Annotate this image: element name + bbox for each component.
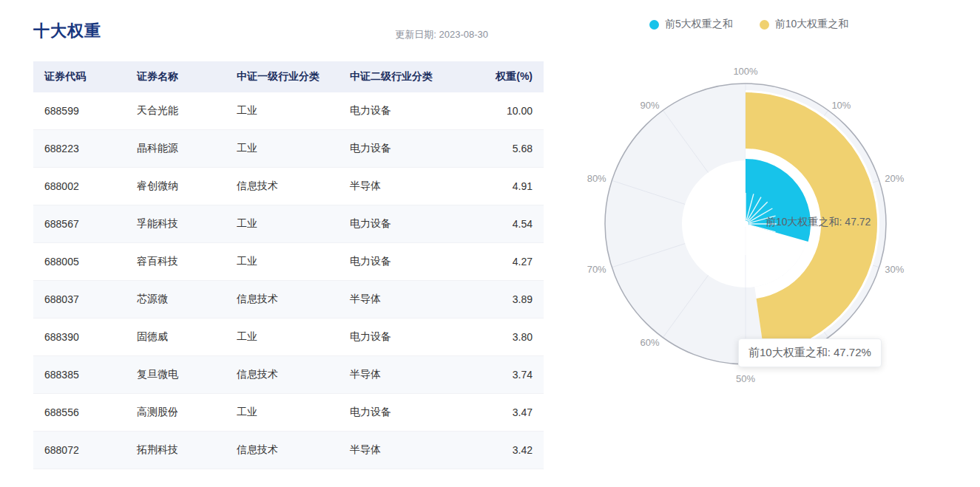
cell-industry2: 电力设备 [339, 130, 447, 168]
cell-industry2: 电力设备 [339, 394, 447, 432]
cell-weight: 4.91 [447, 168, 544, 205]
cell-industry2: 电力设备 [339, 92, 447, 130]
cell-name: 拓荆科技 [126, 432, 226, 469]
cell-name: 高测股份 [126, 394, 226, 432]
cell-name: 固德威 [126, 319, 226, 356]
legend-item-0[interactable]: 前5大权重之和 [649, 18, 733, 31]
cell-name: 晶科能源 [126, 130, 226, 168]
table-row: 688005容百科技工业电力设备4.27 [33, 243, 544, 281]
cell-code: 688599 [33, 92, 126, 130]
legend-item-label: 前10大权重之和 [775, 18, 849, 31]
cell-name: 睿创微纳 [126, 168, 226, 205]
table-row: 688002睿创微纳信息技术半导体4.91 [33, 168, 544, 205]
cell-weight: 4.27 [447, 243, 544, 281]
cell-weight: 3.42 [447, 432, 544, 469]
cell-industry2: 半导体 [339, 168, 447, 205]
angle-tick-label: 60% [641, 337, 660, 348]
cell-name: 复旦微电 [126, 356, 226, 394]
table-row: 688390固德威工业电力设备3.80 [33, 319, 544, 356]
cell-name: 芯源微 [126, 281, 226, 319]
cell-code: 688072 [33, 432, 126, 469]
page: 十大权重 更新日期: 2023-08-30 证券代码 证券名称 中证一级行业分类… [0, 0, 980, 487]
table-row: 688037芯源微信息技术半导体3.89 [33, 281, 544, 319]
angle-tick-label: 70% [587, 264, 606, 275]
col-header-name: 证券名称 [126, 61, 226, 92]
angle-tick-label: 50% [736, 373, 755, 384]
table-row: 688567孚能科技工业电力设备4.54 [33, 205, 544, 243]
cell-name: 天合光能 [126, 92, 226, 130]
cell-weight: 5.68 [447, 130, 544, 168]
cell-industry2: 半导体 [339, 281, 447, 319]
cell-industry1: 工业 [226, 394, 339, 432]
cell-name: 容百科技 [126, 243, 226, 281]
col-header-industry1: 中证一级行业分类 [226, 61, 339, 92]
cell-weight: 10.00 [447, 92, 544, 130]
cell-industry2: 电力设备 [339, 319, 447, 356]
cell-name: 孚能科技 [126, 205, 226, 243]
cell-industry1: 信息技术 [226, 356, 339, 394]
weights-table-header: 证券代码 证券名称 中证一级行业分类 中证二级行业分类 权重(%) [33, 61, 544, 92]
col-header-industry2: 中证二级行业分类 [339, 61, 447, 92]
cell-weight: 3.80 [447, 319, 544, 356]
table-row: 688599天合光能工业电力设备10.00 [33, 92, 544, 130]
col-header-code: 证券代码 [33, 61, 126, 92]
angle-tick-label: 30% [885, 264, 904, 275]
cell-weight: 3.47 [447, 394, 544, 432]
cell-weight: 4.54 [447, 205, 544, 243]
cell-code: 688005 [33, 243, 126, 281]
legend-dot-icon [760, 20, 769, 30]
angle-tick-label: 10% [831, 100, 851, 111]
legend-dot-icon [649, 20, 659, 30]
cell-code: 688223 [33, 130, 126, 168]
legend-item-label: 前5大权重之和 [665, 18, 733, 31]
cell-code: 688037 [33, 281, 126, 319]
cell-code: 688385 [33, 356, 126, 394]
angle-tick-label: 90% [641, 100, 660, 111]
cell-industry1: 工业 [226, 243, 339, 281]
angle-tick-label: 20% [885, 173, 904, 184]
angle-tick-label: 80% [587, 173, 606, 184]
cell-industry2: 电力设备 [339, 205, 447, 243]
cell-industry1: 工业 [226, 130, 339, 168]
cell-industry1: 信息技术 [226, 281, 339, 319]
weights-table: 证券代码 证券名称 中证一级行业分类 中证二级行业分类 权重(%) 688599… [33, 61, 544, 469]
cell-industry1: 工业 [226, 319, 339, 356]
cell-industry1: 信息技术 [226, 168, 339, 205]
cell-industry1: 工业 [226, 92, 339, 130]
angle-tick-label: 100% [733, 66, 758, 77]
table-row: 688223晶科能源工业电力设备5.68 [33, 130, 544, 168]
table-row: 688072拓荆科技信息技术半导体3.42 [33, 432, 544, 469]
cell-industry1: 工业 [226, 205, 339, 243]
cell-industry1: 信息技术 [226, 432, 339, 469]
cell-code: 688390 [33, 319, 126, 356]
cell-code: 688567 [33, 205, 126, 243]
cell-code: 688002 [33, 168, 126, 205]
chart-legend: 前5大权重之和前10大权重之和 [649, 18, 848, 31]
cell-code: 688556 [33, 394, 126, 432]
cell-industry2: 半导体 [339, 356, 447, 394]
table-row: 688385复旦微电信息技术半导体3.74 [33, 356, 544, 394]
chart-center-label: 前10大权重之和: 47.72 [766, 216, 871, 229]
cell-weight: 3.74 [447, 356, 544, 394]
chart-tooltip: 前10大权重之和: 47.72% [738, 338, 882, 367]
cell-industry2: 电力设备 [339, 243, 447, 281]
legend-item-1[interactable]: 前10大权重之和 [760, 18, 849, 31]
col-header-weight: 权重(%) [447, 61, 544, 92]
cell-weight: 3.89 [447, 281, 544, 319]
cell-industry2: 半导体 [339, 432, 447, 469]
update-date: 更新日期: 2023-08-30 [33, 28, 488, 41]
table-row: 688556高测股份工业电力设备3.47 [33, 394, 544, 432]
